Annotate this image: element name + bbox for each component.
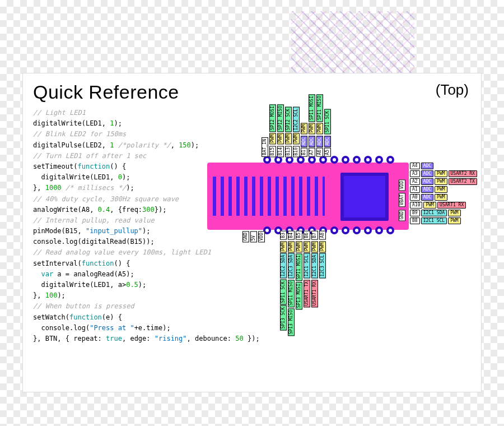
- pin-label: A8: [319, 231, 326, 240]
- pcb-board: VDD VBAT GND: [207, 163, 409, 230]
- pin-hole: [342, 156, 349, 164]
- tag-spi3-miso: SPI3 MISO: [288, 308, 295, 336]
- pin-hole: [386, 156, 394, 164]
- pin-label: B6: [304, 231, 310, 240]
- tag-pwm: PWM: [269, 133, 276, 144]
- page-title: Quick Reference: [33, 81, 471, 103]
- tag-adc: ADC: [421, 186, 433, 193]
- pin-label: A6: [316, 148, 323, 157]
- pin-label: B4: [288, 231, 295, 240]
- tag-i2c3-scl: I2C3 SCL: [319, 253, 326, 279]
- pin-hole: [375, 226, 383, 234]
- tag-pwm: PWM: [277, 133, 284, 144]
- right-pin-labels: A4ADCA3ADCPWMUSART2 RXA2ADCPWMUSART2 TXA…: [410, 163, 477, 224]
- tag-pwm: PWM: [285, 133, 292, 144]
- pin-label: B10: [293, 146, 300, 157]
- tag-spi2-mosi: SPI2 MOSI: [269, 104, 276, 132]
- view-side-label: (Top): [436, 81, 469, 99]
- board-label-vbat: VBAT: [399, 193, 405, 207]
- tag-pwm: PWM: [435, 186, 447, 193]
- tag-usart1-tx: USART1 TX: [304, 280, 310, 307]
- board-label-gnd: GND: [399, 210, 405, 221]
- tag-pwm: PWM: [435, 178, 447, 185]
- tag-i2c1-sda: I2C1 SDA: [421, 210, 447, 216]
- pin-label: A7: [309, 148, 315, 157]
- tag-pwm: PWM: [288, 241, 295, 252]
- pin-hole: [353, 156, 361, 164]
- pin-label: GND: [242, 231, 249, 242]
- pin-label: VDD: [258, 231, 265, 242]
- pin-label: B15: [269, 146, 276, 157]
- pin-label: A10: [410, 202, 422, 209]
- bottom-power-labels: GND5VVDD: [242, 231, 265, 242]
- tag-adc: ADC: [324, 136, 331, 147]
- tag-pwm: PWM: [448, 217, 460, 224]
- pin-label: A5: [324, 148, 331, 157]
- tag-usart2-tx: USART2 TX: [449, 178, 477, 185]
- tag-spi2-sck: SPI2 SCK: [285, 107, 292, 132]
- tag-adc: ADC: [309, 136, 315, 147]
- pin-label: A4: [410, 163, 420, 169]
- tag-pwm: PWM: [280, 241, 287, 252]
- tag-pwm: PWM: [304, 241, 310, 252]
- pin-hole: [308, 156, 316, 164]
- tag-adc: ADC: [316, 136, 323, 147]
- top-pin-labels: BAT_INSPI2 MOSIPWMB15SPI2 MISOPWMB14SPI2…: [262, 83, 331, 157]
- pin-hole: [375, 156, 383, 164]
- bottom-pin-labels: B3PWMI2C2 SDASPI1 SCKSPI3 SCKB4PWMI2C3 S…: [280, 231, 326, 336]
- pin-label: B5: [296, 231, 302, 240]
- tag-adc: ADC: [421, 178, 433, 185]
- pin-label: A2: [410, 178, 420, 185]
- tag-adc: ADC: [421, 170, 433, 177]
- tag-spi3-sck: SPI3 SCK: [280, 305, 287, 331]
- tag-usart1-rx: USART1 RX: [311, 280, 318, 307]
- pin-holes-top: [207, 156, 409, 166]
- pin-hole: [386, 226, 394, 234]
- tag-i2c2-sda: I2C2 SDA: [280, 253, 287, 279]
- tag-spi1-sck: SPI1 SCK: [324, 109, 331, 135]
- tag-pwm: PWM: [293, 133, 300, 144]
- tag-i2c1-scl: I2C1 SCL: [421, 217, 447, 224]
- tag-spi1-miso: SPI1 MISO: [316, 94, 323, 122]
- tag-spi1-miso: SPI1 MISO: [288, 280, 295, 307]
- tag-pwm: PWM: [296, 241, 302, 252]
- tag-spi1-sck: SPI1 SCK: [280, 280, 287, 305]
- pin-hole: [364, 226, 372, 234]
- tag-adc: ADC: [421, 194, 433, 201]
- pin-hole: [353, 226, 361, 234]
- tag-pwm: PWM: [301, 123, 307, 134]
- tag-pwm: PWM: [316, 123, 323, 134]
- tag-pwm: PWM: [448, 210, 460, 216]
- tag-spi3-mosi: SPI3 MOSI: [296, 282, 302, 309]
- pin-hole: [330, 156, 338, 164]
- pcb-traces: [213, 177, 325, 216]
- tag-i2c2-scl: I2C2 SCL: [293, 107, 300, 132]
- pin-label: B14: [277, 146, 284, 157]
- tag-adc: ADC: [421, 163, 433, 169]
- tag-usart1-rx: USART1 RX: [437, 202, 466, 209]
- tag-pwm: PWM: [311, 241, 318, 252]
- tag-i2c1-sda: I2C1 SDA: [311, 253, 318, 279]
- pin-label: BAT_IN: [262, 137, 268, 157]
- pin-label: B13: [285, 146, 292, 157]
- pin-label: A0: [410, 194, 420, 201]
- pin-label: B1: [301, 148, 307, 157]
- tag-adc: ADC: [301, 136, 307, 147]
- tag-pwm: PWM: [423, 202, 436, 209]
- pin-label: B3: [280, 231, 287, 240]
- pin-label: B8: [410, 217, 420, 224]
- tag-usart2-rx: USART2 RX: [449, 170, 477, 177]
- tag-pwm: PWM: [435, 170, 447, 177]
- pin-label: A3: [410, 170, 420, 177]
- tag-spi1-mosi: SPI1 MOSI: [309, 94, 315, 122]
- pin-label: B7: [311, 231, 318, 240]
- tag-pwm: PWM: [435, 194, 447, 201]
- tag-i2c3-sda: I2C3 SDA: [288, 253, 295, 279]
- pin-label: B9: [410, 210, 420, 216]
- tag-i2c1-scl: I2C1 SCL: [304, 253, 310, 279]
- pin-label: A1: [410, 186, 420, 193]
- tag-spi1-mosi: SPI1 MOSI: [296, 253, 302, 281]
- board-label-vdd: VDD: [399, 179, 405, 191]
- mcu-chip: [340, 173, 389, 221]
- tag-spi2-miso: SPI2 MISO: [277, 104, 284, 132]
